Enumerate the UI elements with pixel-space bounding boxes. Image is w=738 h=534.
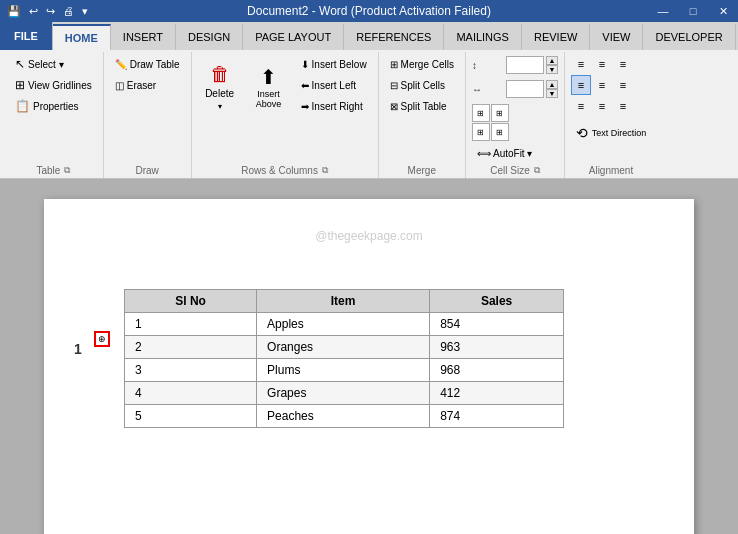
ribbon-group-draw: ✏️ Draw Table ◫ Eraser Draw	[104, 52, 192, 178]
align-middle-right[interactable]: ≡	[613, 75, 633, 95]
autofit-icon: ⟺	[477, 148, 491, 159]
insert-right-button[interactable]: ➡ Insert Right	[296, 96, 372, 116]
width-spinner-buttons: ▲ ▼	[546, 80, 558, 98]
height-down-btn[interactable]: ▼	[546, 65, 558, 74]
width-input[interactable]	[506, 80, 544, 98]
table-cell[interactable]: Peaches	[257, 405, 430, 428]
align-bottom-center[interactable]: ≡	[592, 96, 612, 116]
ribbon-body: ↖ Select ▾ ⊞ View Gridlines 📋 Properties…	[0, 50, 738, 179]
tab-review[interactable]: REVIEW	[522, 24, 590, 50]
save-quick-btn[interactable]: 💾	[4, 3, 24, 20]
table-expand-icon[interactable]: ⧉	[64, 165, 70, 176]
table-cell[interactable]: 874	[430, 405, 564, 428]
table-cell[interactable]: 854	[430, 313, 564, 336]
align-top-right[interactable]: ≡	[613, 54, 633, 74]
merge-group-content: ⊞ Merge Cells ⊟ Split Cells ⊠ Split Tabl…	[385, 54, 459, 163]
width-down-btn[interactable]: ▼	[546, 89, 558, 98]
insert-left-label: Insert Left	[312, 80, 356, 91]
split-table-button[interactable]: ⊠ Split Table	[385, 96, 459, 116]
tab-mailings[interactable]: MAILINGS	[444, 24, 522, 50]
align-middle-left[interactable]: ≡	[571, 75, 591, 95]
table-btn-3[interactable]: ⊞	[472, 123, 490, 141]
align-top-left[interactable]: ≡	[571, 54, 591, 74]
insert-above-button[interactable]: ⬆ Insert Above	[244, 54, 294, 120]
insert-left-button[interactable]: ⬅ Insert Left	[296, 75, 372, 95]
tab-page-layout[interactable]: PAGE LAYOUT	[243, 24, 344, 50]
tab-file[interactable]: FILE	[0, 22, 53, 50]
print-quick-btn[interactable]: 🖨	[60, 3, 77, 19]
autofit-label: AutoFit ▾	[493, 148, 532, 159]
undo-quick-btn[interactable]: ↩	[26, 3, 41, 20]
minimize-btn[interactable]: —	[648, 0, 678, 22]
alignment-grid: ≡ ≡ ≡ ≡ ≡ ≡ ≡ ≡ ≡	[571, 54, 651, 116]
table-cell[interactable]: Plums	[257, 359, 430, 382]
table-btn-4[interactable]: ⊞	[491, 123, 509, 141]
text-direction-icon: ⟲	[576, 125, 588, 142]
table-cell[interactable]: 412	[430, 382, 564, 405]
table-cell[interactable]: 5	[125, 405, 257, 428]
table-row: 1Apples854	[125, 313, 564, 336]
ribbon-group-rows-columns: 🗑 Delete ▾ ⬆ Insert Above ⬇ Insert Below…	[192, 52, 379, 178]
rows-columns-expand-icon[interactable]: ⧉	[322, 165, 328, 176]
tab-design[interactable]: DESIGN	[176, 24, 243, 50]
select-button[interactable]: ↖ Select ▾	[10, 54, 97, 74]
properties-button[interactable]: 📋 Properties	[10, 96, 97, 116]
height-input[interactable]	[506, 56, 544, 74]
height-spinner-buttons: ▲ ▼	[546, 56, 558, 74]
row-number: 1	[74, 341, 82, 357]
merge-group-label: Merge	[385, 163, 459, 178]
align-bottom-right[interactable]: ≡	[613, 96, 633, 116]
table-move-handle[interactable]: ⊕	[94, 331, 110, 347]
close-btn[interactable]: ✕	[708, 0, 738, 22]
eraser-button[interactable]: ◫ Eraser	[110, 75, 185, 95]
height-up-btn[interactable]: ▲	[546, 56, 558, 65]
table-cell[interactable]: Oranges	[257, 336, 430, 359]
cell-size-expand-icon[interactable]: ⧉	[534, 165, 540, 176]
tab-insert[interactable]: INSERT	[111, 24, 176, 50]
table-cell[interactable]: 2	[125, 336, 257, 359]
text-direction-button[interactable]: ⟲ Text Direction	[571, 118, 651, 148]
table-row: 3Plums968	[125, 359, 564, 382]
tab-view[interactable]: VIEW	[590, 24, 643, 50]
table-cell[interactable]: 3	[125, 359, 257, 382]
table-btn-2[interactable]: ⊞	[491, 104, 509, 122]
insert-below-icon: ⬇	[301, 59, 309, 70]
align-top-center[interactable]: ≡	[592, 54, 612, 74]
select-label: Select ▾	[28, 59, 64, 70]
eraser-icon: ◫	[115, 80, 124, 91]
table-cell[interactable]: Grapes	[257, 382, 430, 405]
align-middle-center[interactable]: ≡	[592, 75, 612, 95]
table-group-content: ↖ Select ▾ ⊞ View Gridlines 📋 Properties	[10, 54, 97, 163]
alignment-controls: ≡ ≡ ≡ ≡ ≡ ≡ ≡ ≡ ≡ ⟲ Text Direction	[571, 54, 651, 148]
table-cell[interactable]: 963	[430, 336, 564, 359]
table-cell[interactable]: Apples	[257, 313, 430, 336]
table-cell[interactable]: 1	[125, 313, 257, 336]
alignment-content: ≡ ≡ ≡ ≡ ≡ ≡ ≡ ≡ ≡ ⟲ Text Direction	[571, 54, 651, 163]
watermark: @thegeekpage.com	[315, 229, 423, 243]
view-gridlines-button[interactable]: ⊞ View Gridlines	[10, 75, 97, 95]
more-quick-btn[interactable]: ▾	[79, 3, 91, 20]
draw-group-label: Draw	[110, 163, 185, 178]
table-cell[interactable]: 968	[430, 359, 564, 382]
align-bottom-left[interactable]: ≡	[571, 96, 591, 116]
width-up-btn[interactable]: ▲	[546, 80, 558, 89]
cell-size-group-label: Cell Size ⧉	[472, 163, 558, 178]
insert-below-button[interactable]: ⬇ Insert Below	[296, 54, 372, 74]
redo-quick-btn[interactable]: ↪	[43, 3, 58, 20]
table-group-label: Table ⧉	[10, 163, 97, 178]
draw-group-buttons: ✏️ Draw Table ◫ Eraser	[110, 54, 185, 95]
tab-home[interactable]: HOME	[53, 24, 111, 50]
delete-button[interactable]: 🗑 Delete ▾	[198, 54, 242, 120]
tab-references[interactable]: REFERENCES	[344, 24, 444, 50]
table-btn-1[interactable]: ⊞	[472, 104, 490, 122]
maximize-btn[interactable]: □	[678, 0, 708, 22]
draw-table-button[interactable]: ✏️ Draw Table	[110, 54, 185, 74]
merge-cells-button[interactable]: ⊞ Merge Cells	[385, 54, 459, 74]
autofit-button[interactable]: ⟺ AutoFit ▾	[472, 143, 558, 163]
split-cells-button[interactable]: ⊟ Split Cells	[385, 75, 459, 95]
table-cell[interactable]: 4	[125, 382, 257, 405]
delete-dropdown-icon: ▾	[218, 102, 222, 112]
window-controls: — □ ✕	[648, 0, 738, 22]
tab-developer[interactable]: DEVELOPER	[643, 24, 735, 50]
window-title: Document2 - Word (Product Activation Fai…	[247, 4, 491, 18]
